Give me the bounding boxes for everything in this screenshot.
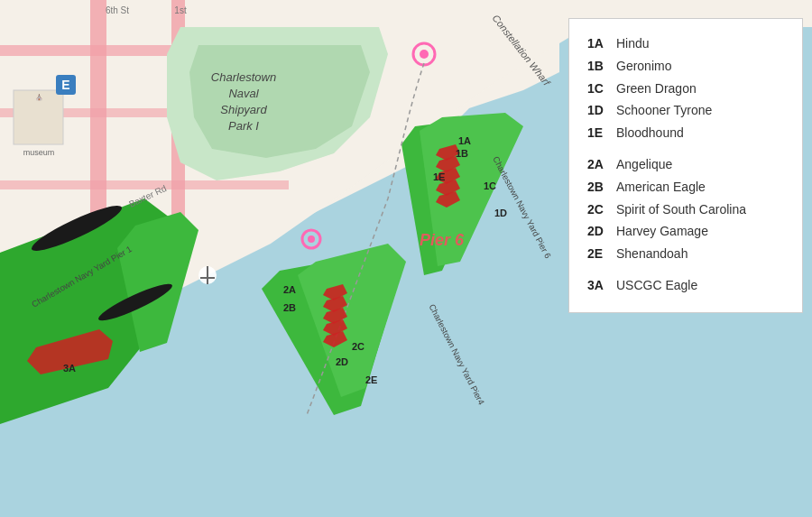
svg-text:Pier 6: Pier 6 [420, 231, 465, 249]
legend-row-2e: 2E Shenandoah [587, 244, 784, 265]
legend-row-1d: 1D Schooner Tyrone [587, 100, 784, 122]
legend-name-2e: Shenandoah [616, 244, 687, 265]
legend-row-1e: 1E Bloodhound [587, 123, 784, 144]
svg-text:museum: museum [23, 148, 55, 157]
legend-name-1b: Geronimo [616, 56, 671, 78]
legend-id-1c: 1C [587, 78, 616, 100]
legend-row-1b: 1B Geronimo [587, 56, 784, 78]
legend-name-2b: American Eagle [616, 177, 706, 198]
svg-text:2A: 2A [283, 284, 296, 295]
svg-text:1st: 1st [174, 5, 187, 15]
legend-row-2b: 2B American Eagle [587, 177, 784, 198]
legend-name-1c: Green Dragon [616, 78, 697, 100]
svg-text:2E: 2E [365, 374, 377, 385]
legend-row-2d: 2D Harvey Gamage [587, 221, 784, 243]
legend-id-1e: 1E [587, 123, 616, 144]
legend-id-1d: 1D [587, 100, 616, 122]
legend-id-2e: 2E [587, 244, 616, 265]
svg-text:1C: 1C [484, 180, 496, 191]
legend-row-2c: 2C Spirit of South Carolina [587, 199, 784, 221]
legend-name-2c: Spirit of South Carolina [616, 199, 746, 221]
svg-text:3A: 3A [63, 363, 76, 374]
svg-text:2C: 2C [352, 341, 364, 352]
legend-name-1d: Schooner Tyrone [616, 100, 712, 122]
legend-id-1a: 1A [587, 33, 616, 55]
svg-text:2D: 2D [336, 356, 348, 367]
svg-rect-7 [0, 180, 289, 189]
svg-text:Park I: Park I [228, 119, 259, 133]
legend-id-2b: 2B [587, 177, 616, 198]
legend-name-3a: USCGC Eagle [616, 275, 697, 297]
map-container: ⛪ E Constellation Wharf Charlestow [0, 0, 812, 517]
legend-row-1a: 1A Hindu [587, 33, 784, 55]
svg-text:E: E [61, 78, 69, 92]
legend-row-2a: 2A Angelique [587, 154, 784, 176]
legend-id-2c: 2C [587, 199, 616, 221]
svg-text:1D: 1D [494, 208, 507, 218]
legend-name-1a: Hindu [616, 33, 650, 55]
legend-id-1b: 1B [587, 56, 616, 78]
legend-row-1c: 1C Green Dragon [587, 78, 784, 100]
legend-id-2a: 2A [587, 154, 616, 176]
svg-point-26 [308, 235, 315, 243]
svg-point-24 [420, 50, 429, 59]
legend-name-1e: Bloodhound [616, 123, 684, 144]
svg-text:Naval: Naval [228, 87, 259, 100]
svg-text:⛪: ⛪ [35, 93, 43, 101]
svg-text:Charlestown: Charlestown [211, 70, 276, 84]
legend-id-3a: 3A [587, 275, 616, 297]
svg-text:6th St: 6th St [106, 5, 129, 15]
svg-text:Shipyard: Shipyard [220, 103, 267, 116]
legend-name-2a: Angelique [616, 154, 672, 176]
legend-id-2d: 2D [587, 221, 616, 243]
legend-panel: 1A Hindu 1B Geronimo 1C Green Dragon 1D … [568, 18, 803, 313]
svg-text:1B: 1B [456, 148, 468, 159]
svg-text:1E: 1E [433, 171, 445, 182]
legend-row-3a: 3A USCGC Eagle [587, 275, 784, 297]
legend-name-2d: Harvey Gamage [616, 221, 708, 243]
svg-text:2B: 2B [283, 302, 296, 313]
svg-text:1A: 1A [458, 135, 471, 146]
